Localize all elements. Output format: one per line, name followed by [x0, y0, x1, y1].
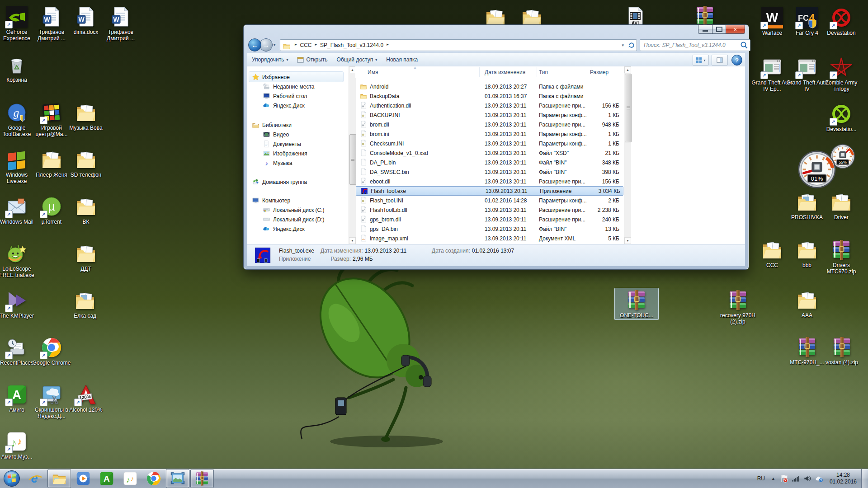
sidebar-item-видео[interactable]: Видео — [263, 130, 289, 139]
history-dropdown-icon[interactable]: ▾ — [274, 42, 276, 47]
help-button[interactable]: ? — [731, 55, 742, 66]
minimize-button[interactable] — [698, 25, 712, 34]
desktop-icon-devastatio[interactable]: ↗Devastatio... — [819, 102, 863, 134]
file-row-android[interactable]: Android 18.09.2013 20:27 Папка с файлами — [355, 82, 624, 91]
sidebar-section-0[interactable]: Избранное — [252, 72, 290, 82]
address-bar[interactable]: ▸CCC▸SP_Flash_Tool_v3.1244.0▸ ▾ — [280, 39, 637, 51]
open-button[interactable]: Открыть — [292, 55, 332, 65]
taskbar-chrome-button[interactable] — [142, 469, 165, 488]
breadcrumb-segment[interactable]: SP_Flash_Tool_v3.1244.0 — [319, 42, 384, 48]
filelist-scrollbar[interactable]: ▲ ▼ — [624, 66, 631, 244]
file-row-authentication-dll[interactable]: Authentication.dll 13.09.2013 20:11 Расш… — [355, 101, 624, 110]
cpu-gauge-widget[interactable]: 01% — [797, 150, 836, 189]
file-row-flash-tool-ini[interactable]: Flash_tool.INI 01.02.2016 14:28 Параметр… — [355, 196, 624, 205]
scrollbar-thumb[interactable] — [625, 74, 632, 142]
column-header-0[interactable]: Имя — [368, 69, 378, 75]
sidebar-item-изображения[interactable]: Изображения — [263, 149, 307, 158]
sidebar-item-недавние-места[interactable]: Недавние места — [263, 82, 314, 91]
scroll-down-icon[interactable]: ▼ — [349, 237, 356, 244]
breadcrumb-segment[interactable]: CCC — [299, 42, 313, 48]
sidebar-scrollbar[interactable]: ▲ ▼ — [349, 66, 356, 244]
column-separator[interactable] — [537, 67, 537, 77]
action-center-flag-icon[interactable] — [779, 474, 788, 483]
yandex-cloud-icon[interactable] — [815, 474, 824, 483]
forward-button[interactable]: → — [259, 38, 273, 52]
file-row-brom-ini[interactable]: brom.ini 13.09.2013 20:11 Параметры конф… — [355, 129, 624, 139]
taskbar-clock[interactable]: 14:28 01.02.2016 — [825, 472, 861, 485]
search-input[interactable]: Поиск: SP_Flash_Tool_v3.1244.0 — [640, 39, 750, 51]
taskbar-internet-explorer-button[interactable]: e — [24, 469, 47, 488]
taskbar-explorer-folder-button[interactable] — [47, 469, 71, 488]
maximize-button[interactable] — [712, 25, 726, 34]
desktop-icon-трифанов-дмитрий[interactable]: WТрифанов Дмитрий ... — [99, 5, 143, 43]
column-separator[interactable] — [479, 67, 480, 77]
back-button[interactable]: ← — [248, 38, 261, 52]
taskbar-screenshot-tool-button[interactable] — [166, 469, 189, 488]
taskbar-amigo-music-button[interactable]: ♪♪ — [119, 469, 142, 488]
language-indicator[interactable]: RU — [754, 475, 769, 482]
sidebar-item-локальный-диск-d[interactable]: Локальный диск (D:) — [263, 215, 325, 224]
sidebar-item-яндекс-диск[interactable]: Яндекс.Диск — [263, 101, 305, 110]
organize-button[interactable]: Упорядочить▾ — [247, 55, 292, 65]
search-icon[interactable] — [740, 41, 749, 50]
taskbar-amigo-button[interactable]: A — [95, 469, 118, 488]
desktop-icon-vostan-4-zip[interactable]: vostan (4).zip — [820, 335, 864, 367]
desktop-icon-driver[interactable]: Driver — [819, 190, 863, 222]
desktop-icon-амиго-муз[interactable]: ♪♪↗Амиго.Муз... — [0, 429, 39, 461]
tray-expand-icon[interactable]: ▲ — [769, 476, 778, 481]
desktop-icon-zombie-army-trilogy[interactable]: ↗Zombie Army Trilogy — [819, 55, 863, 94]
desktop-icon-ёлка-сад[interactable]: Ёлка сад — [63, 288, 107, 320]
sidebar-item-яндекс-диск[interactable]: Яндекс.Диск — [263, 224, 305, 234]
file-row-checksum-ini[interactable]: Checksum.INI 13.09.2013 20:11 Параметры … — [355, 139, 624, 148]
desktop-icon-sd-телефон[interactable]: SD телефон — [64, 147, 108, 179]
sidebar-section-1[interactable]: Библиотеки — [252, 120, 292, 130]
speaker-icon[interactable] — [803, 474, 812, 483]
file-row-backup-ini[interactable]: BACKUP.INI 13.09.2013 20:11 Параметры ко… — [355, 110, 624, 120]
file-row-flash-tool-exe[interactable]: Flash_tool.exe 13.09.2013 20:11 Приложен… — [356, 186, 623, 196]
file-row-da-pl-bin[interactable]: DA_PL.bin 13.09.2013 20:11 Файл "BIN" 34… — [355, 158, 624, 167]
desktop-icon-музыка-вова[interactable]: Музыка Вова — [64, 100, 108, 132]
desktop-icon-drivers-mtc970-zip[interactable]: Drivers MTC970.zip — [819, 238, 863, 276]
column-header-1[interactable]: Дата изменения — [485, 69, 525, 75]
scroll-up-icon[interactable]: ▲ — [349, 66, 356, 73]
taskbar-start-orb[interactable] — [0, 469, 23, 488]
file-row-consolemode-v1-0-xsd[interactable]: ConsoleMode_v1_0.xsd 13.09.2013 20:11 Фа… — [355, 148, 624, 158]
show-desktop-button[interactable] — [861, 469, 868, 488]
scroll-down-icon[interactable]: ▼ — [624, 237, 631, 244]
file-row-flashtoollib-dll[interactable]: FlashToolLib.dll 13.09.2013 20:11 Расшир… — [355, 205, 624, 215]
desktop-icon-loiloscope-free-trial-exe[interactable]: LoiLoScope FREE trial.exe — [0, 241, 39, 280]
desktop-icon-winrar[interactable] — [683, 4, 727, 28]
refresh-icon[interactable] — [627, 40, 637, 50]
column-header-2[interactable]: Тип — [539, 69, 548, 75]
file-row-brom-dll[interactable]: brom.dll 13.09.2013 20:11 Расширение при… — [355, 120, 624, 129]
new-folder-button[interactable]: Новая папка — [382, 55, 422, 65]
sidebar-item-локальный-диск-c[interactable]: Локальный диск (C:) — [263, 205, 325, 215]
address-dropdown-icon[interactable]: ▾ — [619, 43, 627, 47]
scroll-up-icon[interactable]: ▲ — [624, 66, 631, 73]
desktop-icon-корзина[interactable]: Корзина — [0, 52, 39, 84]
desktop-icon-alcohol-120[interactable]: 120%↗Alcohol 120% — [64, 382, 108, 414]
sidebar-item-музыка[interactable]: ♪Музыка — [263, 158, 292, 168]
sidebar-item-документы[interactable]: Документы — [263, 139, 301, 149]
file-row-eboot-dll[interactable]: eboot.dll 13.09.2013 20:11 Расширение пр… — [355, 177, 624, 186]
column-header-3[interactable]: Размер — [590, 69, 609, 75]
file-row-image-map-xml[interactable]: </> image_map.xml 13.09.2013 20:11 Докум… — [355, 234, 624, 243]
share-button[interactable]: Общий доступ▾ — [332, 55, 382, 65]
desktop-icon-вк[interactable]: ВК — [64, 194, 108, 226]
sidebar-item-рабочий-стол[interactable]: Рабочий стол — [263, 91, 307, 101]
file-row-gps-brom-dll[interactable]: gps_brom.dll 13.09.2013 20:11 Расширение… — [355, 215, 624, 224]
close-button[interactable]: × — [726, 25, 745, 34]
change-view-button[interactable]: ▾ — [693, 55, 709, 66]
network-bars-icon[interactable] — [791, 474, 800, 483]
desktop-icon-aaa[interactable]: AAA — [785, 288, 829, 320]
taskbar-winrar-button[interactable] — [190, 469, 214, 488]
column-separator[interactable] — [591, 67, 591, 77]
taskbar-media-player-button[interactable] — [72, 469, 94, 488]
file-row-backupdata[interactable]: BackupData 01.09.2013 16:37 Папка с файл… — [355, 91, 624, 101]
file-row-gps-da-bin[interactable]: gps_DA.bin 13.09.2013 20:11 Файл "BIN" 1… — [355, 224, 624, 234]
desktop-icon-one-touc[interactable]: ONE-TOUC... — [614, 288, 659, 320]
desktop-icon-the-kmplayer[interactable]: ↗The KMPlayer — [0, 288, 39, 320]
file-row-da-swsec-bin[interactable]: DA_SWSEC.bin 13.09.2013 20:11 Файл "BIN"… — [355, 167, 624, 177]
desktop-icon-ддт[interactable]: ДДТ — [64, 241, 108, 273]
desktop-icon-devastation[interactable]: ↗Devastation — [819, 5, 863, 38]
